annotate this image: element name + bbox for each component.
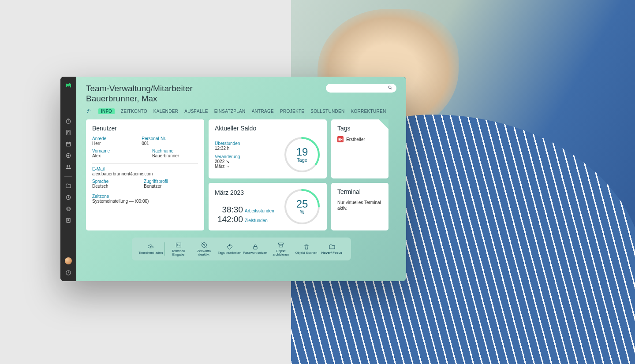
action-timesheet[interactable]: Timesheet laden	[138, 242, 164, 256]
value-email: alex.bauerbrunner@acme.com	[92, 171, 198, 176]
tag-badge: EH	[337, 136, 344, 142]
logo-dog-icon[interactable]	[64, 81, 72, 91]
svg-point-18	[229, 245, 230, 246]
action-terminal[interactable]: Terminal/ Eingabe	[166, 240, 191, 258]
svg-point-4	[67, 155, 69, 156]
action-label: Passwort setzen	[243, 251, 267, 255]
tab-sollstunden[interactable]: SOLLSTUNDEN	[310, 109, 344, 114]
svg-rect-2	[66, 142, 70, 146]
svg-point-6	[69, 165, 71, 167]
label-ueberstunden: Überstunden	[215, 141, 240, 146]
ziel-val: 142:00	[215, 215, 243, 224]
cloud-sync-icon	[147, 243, 154, 250]
ring-saldo: 19 Tage	[284, 136, 321, 173]
value-vorname: Alex	[92, 153, 110, 158]
value-nachname: Bauerbrunner	[152, 153, 179, 158]
action-label: Zeitkonto deaktiv.	[191, 249, 217, 257]
svg-rect-19	[254, 246, 257, 249]
avatar[interactable]	[65, 257, 72, 264]
ring-month: 25 %	[284, 188, 321, 225]
action-label: Terminal/ Eingabe	[166, 249, 191, 257]
back-arrow-icon[interactable]	[86, 108, 92, 114]
action-zeitkonto[interactable]: Zeitkonto deaktiv.	[191, 240, 217, 258]
chart-icon[interactable]	[64, 193, 72, 201]
svg-rect-20	[278, 243, 283, 244]
card-month: März 2023 38:30 Arbeitsstunden 142:00 Zi…	[209, 183, 327, 230]
card-title-terminal: Terminal	[337, 188, 382, 195]
action-label: Tags bearbeiten	[218, 251, 241, 255]
action-label: Timesheet laden	[138, 251, 163, 255]
tab-ausfaelle[interactable]: AUSFÄLLE	[184, 109, 208, 114]
value-sprache: Deutsch	[92, 184, 108, 189]
sidebar-nav	[64, 117, 72, 224]
tab-einsatzplan[interactable]: EINSATZPLAN	[214, 109, 246, 114]
arbeits-val: 38:30	[215, 205, 243, 215]
archive-icon	[277, 241, 284, 249]
tag-icon	[226, 243, 233, 250]
action-tags[interactable]: Tags bearbeiten	[217, 242, 243, 256]
value-anrede: Herr	[92, 141, 106, 146]
search-input[interactable]	[326, 84, 396, 93]
team-icon[interactable]	[64, 163, 72, 171]
location-icon[interactable]	[64, 152, 72, 160]
gear-icon[interactable]	[64, 205, 72, 213]
value-ueberstunden: 12:32 h	[215, 146, 240, 151]
trash-icon	[303, 243, 310, 250]
folder-icon[interactable]	[64, 182, 72, 190]
search-wrap	[326, 84, 396, 93]
value-veraend-month: März →	[215, 164, 240, 169]
action-archivieren[interactable]: Objekt archivieren	[268, 240, 294, 258]
svg-rect-1	[67, 130, 70, 135]
tab-antraege[interactable]: ANTRÄGE	[252, 109, 274, 114]
stopwatch-icon[interactable]	[64, 117, 72, 125]
page-subtitle: Bauerbrunner, Max	[86, 94, 193, 104]
tabs: INFO ZEITKONTO KALENDER AUSFÄLLE EINSATZ…	[86, 108, 396, 114]
divider	[92, 163, 198, 164]
value-veraend-year: 2022 ↘	[215, 159, 240, 164]
svg-point-11	[388, 86, 391, 89]
card-tags: Tags EH Ersthelfer	[331, 119, 388, 178]
card-benutzer: Benutzer Anrede Herr Personal-Nr. 001 Vo…	[86, 119, 204, 230]
tag-label: Ersthelfer	[346, 137, 365, 142]
card-title-saldo: Aktueller Saldo	[215, 125, 321, 132]
label-vorname: Vorname	[92, 149, 110, 153]
calculator-icon[interactable]	[64, 129, 72, 137]
card-terminal: Terminal Nur virtuelles Terminal aktiv.	[331, 183, 388, 230]
tab-korrekturen[interactable]: KORREKTUREN	[351, 109, 386, 114]
action-passwort[interactable]: Passwort setzen	[243, 242, 268, 256]
label-email: E-Mail	[92, 167, 198, 171]
cards-grid: Benutzer Anrede Herr Personal-Nr. 001 Vo…	[86, 119, 396, 230]
action-loeschen[interactable]: Objekt löschen	[294, 242, 319, 256]
card-title-benutzer: Benutzer	[92, 125, 198, 132]
tab-kalender[interactable]: KALENDER	[153, 109, 178, 114]
value-zugriff: Benutzer	[144, 184, 168, 189]
label-anrede: Anrede	[92, 136, 106, 141]
label-sprache: Sprache	[92, 179, 108, 184]
ziel-label: Zielstunden	[245, 218, 268, 223]
sidebar	[60, 77, 76, 281]
label-zeitzone: Zeitzone	[92, 194, 198, 199]
power-icon[interactable]	[64, 269, 72, 277]
folder-icon	[329, 243, 336, 250]
label-veraenderung: Veränderung	[215, 154, 240, 159]
action-label: Hover/ Focus	[321, 251, 343, 255]
card-title-tags: Tags	[337, 125, 382, 132]
terminal-text: Nur virtuelles Terminal aktiv.	[337, 200, 382, 211]
value-zeitzone: Systemeinstellung — (00:00)	[92, 199, 198, 204]
label-nachname: Nachname	[152, 149, 179, 153]
svg-point-5	[67, 165, 68, 167]
card-saldo: Aktueller Saldo Überstunden 12:32 h Verä…	[209, 119, 327, 178]
clock-x-icon	[201, 241, 208, 249]
search-icon[interactable]	[388, 85, 393, 92]
tag-item: EH Ersthelfer	[337, 136, 382, 142]
action-divider	[164, 242, 165, 256]
calendar-icon[interactable]	[64, 140, 72, 148]
tab-zeitkonto[interactable]: ZEITKONTO	[121, 109, 147, 114]
action-hover[interactable]: Hover/ Focus	[319, 242, 345, 256]
tab-info[interactable]: INFO	[98, 108, 115, 114]
badge-icon[interactable]	[64, 216, 72, 224]
arbeits-label: Arbeitsstunden	[245, 208, 274, 213]
action-label: Objekt löschen	[295, 251, 318, 255]
tab-projekte[interactable]: PROJEKTE	[280, 109, 304, 114]
sidebar-divider	[64, 176, 72, 177]
